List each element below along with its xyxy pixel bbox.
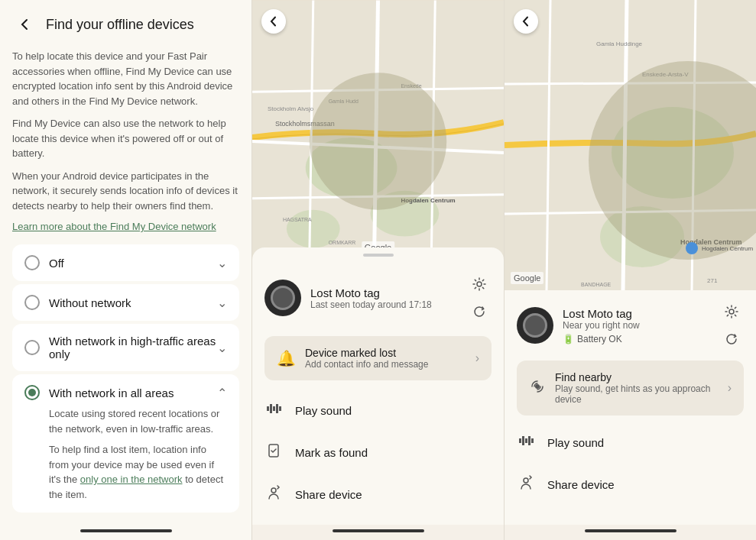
- middle-device-name: Lost Moto tag: [310, 286, 458, 299]
- lost-alert-title: Device marked lost: [305, 347, 466, 359]
- radio-off-row: Off ⌄: [24, 255, 227, 270]
- svg-text:Gamla Huddinge: Gamla Huddinge: [596, 40, 643, 47]
- battery-badge: 🔋 Battery OK: [563, 334, 710, 344]
- svg-point-11: [310, 73, 446, 209]
- bottom-bar-right: [505, 525, 756, 540]
- middle-refresh-button[interactable]: [467, 299, 492, 324]
- right-play-sound-icon: [517, 432, 535, 453]
- find-nearby-title: Find nearby: [555, 371, 719, 383]
- middle-gear-button[interactable]: [467, 272, 492, 296]
- expanded-link[interactable]: only one in the network: [80, 474, 183, 485]
- left-panel: Find your offline devices To help locate…: [0, 0, 252, 540]
- share-device-item[interactable]: Share device: [252, 474, 504, 516]
- find-nearby-icon: [529, 378, 546, 399]
- share-device-label: Share device: [295, 488, 362, 501]
- lost-alert-chevron: ›: [475, 351, 479, 365]
- chevron-high-icon: ⌄: [217, 341, 227, 355]
- middle-device-icon: [264, 280, 301, 316]
- radio-option-all-areas[interactable]: With network in all areas ⌃ Locate using…: [12, 374, 239, 513]
- right-device-info: Lost Moto tag Near you right now 🔋 Batte…: [563, 307, 710, 344]
- radio-without-label: Without network: [49, 296, 131, 309]
- lost-alert-card[interactable]: 🔔 Device marked lost Add contact info an…: [264, 336, 492, 380]
- middle-device-info: Lost Moto tag Last seen today around 17:…: [310, 286, 458, 310]
- radio-circle-without: [24, 295, 40, 310]
- right-device-icon: [517, 307, 553, 344]
- radio-all-row: With network in all areas ⌃: [24, 385, 227, 400]
- right-play-sound-item[interactable]: Play sound: [505, 422, 756, 464]
- right-gear-button[interactable]: [719, 299, 744, 324]
- right-device-inner: [523, 313, 547, 338]
- desc3: When your Android device participates in…: [12, 169, 239, 214]
- middle-map: Stockholmsmassan Stockholm Alvsjo Gamla …: [252, 0, 504, 260]
- desc2: Find My Device can also use the network …: [12, 116, 239, 161]
- google-logo-right: Google: [511, 272, 543, 284]
- svg-rect-34: [522, 436, 524, 445]
- svg-rect-36: [528, 436, 530, 445]
- svg-rect-37: [531, 438, 534, 443]
- find-nearby-chevron: ›: [728, 381, 732, 395]
- svg-text:BANDHAGE: BANDHAGE: [581, 282, 612, 287]
- right-panel: Enskede-Arsta-V Gamla Huddinge Hogdalen …: [505, 0, 756, 540]
- svg-rect-16: [276, 404, 278, 413]
- right-share-device-icon: [517, 474, 535, 495]
- sheet-handle-middle: [363, 254, 394, 257]
- find-nearby-text: Find nearby Play sound, get hints as you…: [555, 371, 719, 405]
- get-directions-item[interactable]: Get directions: [252, 516, 504, 525]
- svg-point-31: [729, 309, 734, 314]
- learn-more-link[interactable]: Learn more about the Find My Device netw…: [12, 221, 239, 232]
- play-sound-icon: [264, 400, 283, 421]
- svg-rect-14: [270, 404, 272, 413]
- back-button-left[interactable]: [12, 12, 37, 37]
- right-device-name: Lost Moto tag: [563, 307, 710, 320]
- radio-circle-high: [24, 340, 40, 355]
- back-button-middle[interactable]: [261, 9, 286, 34]
- mark-found-icon: [264, 442, 283, 463]
- right-bottom-sheet: Lost Moto tag Near you right now 🔋 Batte…: [505, 278, 756, 525]
- chevron-without-icon: ⌄: [217, 296, 227, 310]
- play-sound-item[interactable]: Play sound: [252, 390, 504, 432]
- svg-rect-33: [519, 438, 521, 443]
- battery-text: Battery OK: [577, 334, 622, 344]
- middle-action-list: Play sound Mark as found: [252, 386, 504, 525]
- radio-all-label: With network in all areas: [49, 386, 174, 399]
- radio-option-off[interactable]: Off ⌄: [12, 244, 239, 281]
- back-button-right[interactable]: [514, 9, 538, 34]
- radio-option-without-network[interactable]: Without network ⌄: [12, 284, 239, 321]
- radio-circle-off: [24, 255, 40, 270]
- mark-found-item[interactable]: Mark as found: [252, 432, 504, 474]
- right-play-sound-label: Play sound: [547, 436, 604, 449]
- radio-high-label: With network in high-traffic areas only: [49, 335, 217, 361]
- radio-option-high-traffic[interactable]: With network in high-traffic areas only …: [12, 324, 239, 371]
- left-header: Find your offline devices: [0, 0, 251, 43]
- right-action-list: Play sound Share device: [505, 419, 756, 509]
- left-content: To help locate this device and your Fast…: [0, 43, 251, 525]
- svg-text:Stockholm Alvsjo: Stockholm Alvsjo: [268, 105, 314, 112]
- radio-without-row: Without network ⌄: [24, 295, 227, 310]
- right-map: Enskede-Arsta-V Gamla Huddinge Hogdalen …: [505, 0, 756, 290]
- svg-rect-15: [273, 406, 275, 411]
- expanded-text2: To help find a lost item, location info …: [49, 442, 227, 502]
- middle-device-card: Lost Moto tag Last seen today around 17:…: [252, 266, 504, 330]
- middle-device-subtitle: Last seen today around 17:18: [310, 299, 458, 310]
- svg-point-38: [524, 478, 528, 483]
- radio-circle-all: [24, 385, 40, 400]
- svg-text:HAGSATRA: HAGSATRA: [283, 217, 312, 222]
- svg-text:271: 271: [707, 277, 718, 284]
- svg-point-29: [686, 242, 698, 254]
- radio-high-row: With network in high-traffic areas only …: [24, 335, 227, 361]
- find-nearby-card[interactable]: Find nearby Play sound, get hints as you…: [517, 361, 744, 416]
- right-share-device-item[interactable]: Share device: [505, 464, 756, 506]
- find-nearby-subtitle: Play sound, get hints as you approach de…: [555, 383, 719, 405]
- right-refresh-button[interactable]: [719, 327, 744, 351]
- svg-point-19: [271, 488, 276, 493]
- middle-card-actions: [467, 272, 492, 324]
- svg-rect-13: [267, 406, 269, 411]
- middle-panel: Stockholmsmassan Stockholm Alvsjo Gamla …: [252, 0, 505, 540]
- expanded-text1: Locate using stored recent locations or …: [49, 406, 227, 436]
- svg-rect-17: [279, 406, 281, 411]
- bottom-bar-middle: [252, 525, 504, 540]
- bottom-indicator-middle: [333, 529, 424, 532]
- bottom-bar-left: [0, 525, 251, 540]
- lost-alert-text: Device marked lost Add contact info and …: [305, 347, 466, 370]
- right-device-card: Lost Moto tag Near you right now 🔋 Batte…: [505, 293, 756, 357]
